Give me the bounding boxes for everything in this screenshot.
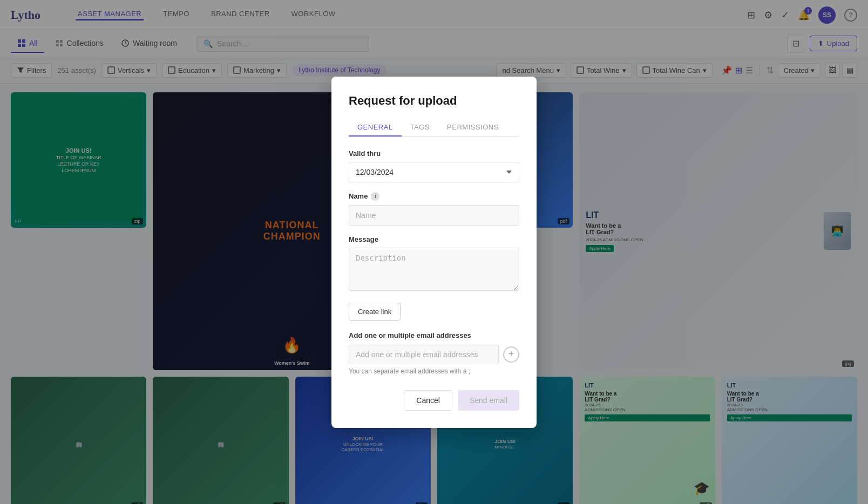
email-input[interactable] bbox=[349, 345, 499, 364]
valid-thru-select[interactable]: 12/03/2024 bbox=[349, 162, 519, 182]
modal-title: Request for upload bbox=[349, 94, 519, 108]
name-input[interactable] bbox=[349, 205, 519, 226]
email-hint: You can separate email addresses with a … bbox=[349, 367, 519, 375]
modal-overlay[interactable]: Request for upload GENERAL TAGS PERMISSI… bbox=[0, 0, 868, 504]
tab-tags[interactable]: TAGS bbox=[402, 119, 438, 137]
message-textarea[interactable] bbox=[349, 248, 519, 291]
request-upload-modal: Request for upload GENERAL TAGS PERMISSI… bbox=[331, 77, 537, 428]
email-section-label: Add one or multiple email addresses bbox=[349, 331, 519, 339]
modal-footer: Cancel Send email bbox=[349, 390, 519, 411]
send-email-button[interactable]: Send email bbox=[458, 390, 519, 411]
valid-thru-group: Valid thru 12/03/2024 bbox=[349, 149, 519, 182]
tab-permissions[interactable]: PERMISSIONS bbox=[438, 119, 507, 137]
name-info-icon[interactable]: i bbox=[371, 192, 379, 201]
name-label: Name i bbox=[349, 192, 519, 201]
tab-general[interactable]: GENERAL bbox=[349, 119, 402, 137]
add-email-button[interactable]: + bbox=[503, 346, 519, 363]
name-group: Name i bbox=[349, 192, 519, 226]
email-input-row: + bbox=[349, 345, 519, 364]
valid-thru-label: Valid thru bbox=[349, 149, 519, 158]
create-link-section: Create link bbox=[349, 303, 519, 321]
email-section: Add one or multiple email addresses + Yo… bbox=[349, 331, 519, 375]
message-label: Message bbox=[349, 235, 519, 243]
cancel-button[interactable]: Cancel bbox=[404, 390, 452, 411]
message-group: Message bbox=[349, 235, 519, 293]
modal-tabs: GENERAL TAGS PERMISSIONS bbox=[349, 119, 519, 137]
create-link-button[interactable]: Create link bbox=[349, 303, 401, 321]
